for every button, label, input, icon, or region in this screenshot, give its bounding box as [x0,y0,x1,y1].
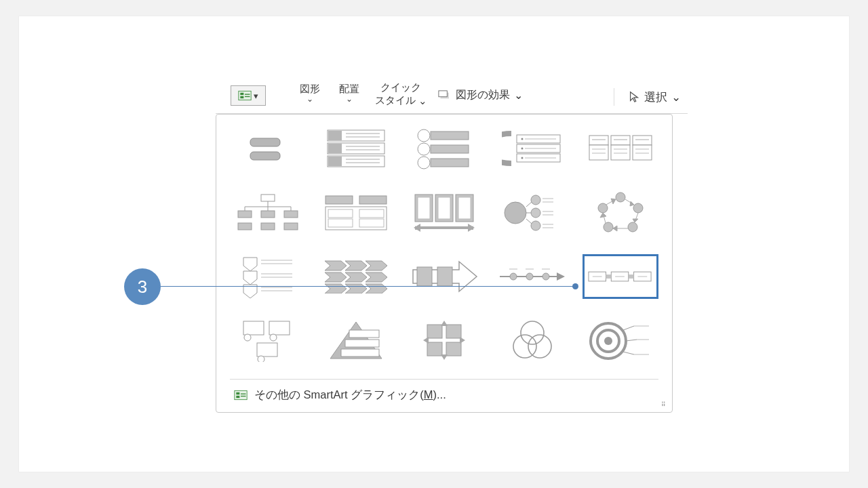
slide-canvas: 3 ▾ 図形 ⌄ 配置 ⌄ クイック スタイル ⌄ [19,16,849,472]
ribbon-row: ▾ 図形 ⌄ 配置 ⌄ クイック スタイル ⌄ 図形の効果 ⌄ [216,81,688,114]
svg-rect-14 [328,144,342,153]
svg-point-96 [598,203,608,213]
smartart-option-picture-org-chart[interactable] [230,318,306,363]
ribbon-select[interactable]: 選択 ⌄ [614,88,681,106]
svg-rect-68 [359,209,384,218]
svg-point-32 [521,148,524,150]
ribbon-shape-effects-label: 図形の効果 [456,88,510,102]
svg-point-147 [270,334,277,341]
svg-rect-67 [328,219,353,227]
smartart-option-step-down-process[interactable] [230,254,306,299]
svg-marker-119 [325,272,347,282]
svg-marker-107 [243,258,257,271]
svg-marker-129 [557,272,565,281]
svg-rect-148 [257,343,277,357]
svg-rect-2 [240,96,243,98]
svg-rect-152 [345,340,379,347]
svg-point-163 [513,335,536,358]
svg-rect-151 [349,330,379,338]
svg-point-30 [521,138,524,140]
svg-point-130 [510,273,517,280]
smartart-option-cycle[interactable] [583,190,658,235]
svg-point-25 [418,157,430,169]
smartart-option-radial-list[interactable] [494,190,570,235]
resize-grip-icon[interactable]: ⠿ [661,401,667,408]
smartart-option-vertical-process[interactable] [406,190,482,235]
svg-rect-75 [458,197,471,219]
svg-marker-77 [414,224,420,232]
smartart-more-label: その他の SmartArt グラフィック(M)... [254,388,446,403]
svg-point-23 [418,143,430,155]
svg-point-79 [505,202,526,224]
svg-rect-8 [250,152,280,160]
svg-rect-6 [439,90,447,96]
smartart-option-table-list[interactable] [494,127,570,171]
svg-rect-46 [633,136,652,145]
smartart-option-arrow-ribbon[interactable] [318,254,394,299]
chevron-down-icon: ⌄ [671,90,681,104]
svg-rect-51 [261,195,275,201]
svg-rect-156 [427,342,442,356]
ribbon-select-label: 選択 [644,89,667,105]
callout-step-badge: 3 [124,268,161,305]
smartart-option-target-list[interactable] [583,318,658,363]
svg-marker-102 [613,226,617,231]
svg-rect-41 [611,136,630,145]
svg-rect-144 [243,321,264,335]
svg-marker-104 [600,213,606,218]
svg-rect-1 [240,93,243,95]
smartart-option-grouped-list[interactable] [318,190,394,235]
svg-rect-73 [418,197,430,219]
svg-marker-100 [633,219,638,222]
smartart-option-basic-process[interactable] [406,254,482,299]
ribbon-shape-effects[interactable]: 図形の効果 ⌄ [438,88,523,102]
smartart-grid [230,127,658,376]
svg-rect-26 [431,159,469,167]
svg-marker-110 [243,271,257,285]
ribbon-shapes-group[interactable]: 図形 ⌄ [292,81,328,104]
chevron-down-icon: ⌄ [514,89,523,102]
ribbon-quickstyle-group[interactable]: クイック スタイル ⌄ [370,81,431,107]
svg-rect-24 [431,145,469,153]
smartart-option-vertical-bullet-list[interactable] [406,127,482,171]
svg-rect-4 [245,96,250,97]
svg-point-132 [542,273,549,280]
chevron-down-icon: ⌄ [307,94,313,104]
svg-rect-64 [359,196,387,204]
smartart-dropdown-button[interactable]: ▾ [231,85,266,106]
svg-rect-178 [241,396,246,396]
smartart-option-vertical-box-list[interactable] [318,127,394,171]
svg-point-145 [244,334,251,341]
smartart-option-continuous-block-process[interactable] [583,254,658,299]
svg-rect-22 [431,131,469,140]
smartart-option-basic-block-list[interactable] [230,127,306,171]
smartart-gallery: その他の SmartArt グラフィック(M)... ⠿ [216,114,673,413]
callout-number: 3 [138,277,147,298]
svg-rect-3 [245,94,250,95]
svg-point-162 [521,321,544,344]
smartart-option-matrix[interactable] [406,318,482,363]
svg-rect-142 [606,274,611,279]
smartart-more-option[interactable]: その他の SmartArt グラフィック(M)... [230,379,658,412]
svg-marker-161 [460,337,465,344]
ribbon-arrange-group[interactable]: 配置 ⌄ [331,81,368,104]
office-ui-screenshot: ▾ 図形 ⌄ 配置 ⌄ クイック スタイル ⌄ 図形の効果 ⌄ [216,81,688,413]
smartart-option-accent-process[interactable] [494,254,570,299]
chevron-down-icon: ▾ [254,91,258,101]
svg-marker-113 [243,285,257,298]
svg-rect-157 [446,342,461,356]
smartart-option-pyramid-list[interactable] [318,318,394,363]
svg-marker-78 [468,224,475,232]
svg-rect-69 [359,219,384,227]
callout-leader-dot [572,283,578,289]
svg-rect-42 [611,145,630,160]
smartart-option-venn[interactable] [494,318,570,363]
svg-marker-158 [441,321,448,326]
svg-point-34 [521,157,524,159]
svg-point-95 [604,222,613,232]
smartart-option-horizontal-picture-list[interactable] [583,127,658,171]
svg-marker-117 [345,261,367,270]
svg-point-167 [604,337,612,345]
svg-rect-154 [427,325,442,338]
smartart-option-hierarchy[interactable] [230,190,306,235]
